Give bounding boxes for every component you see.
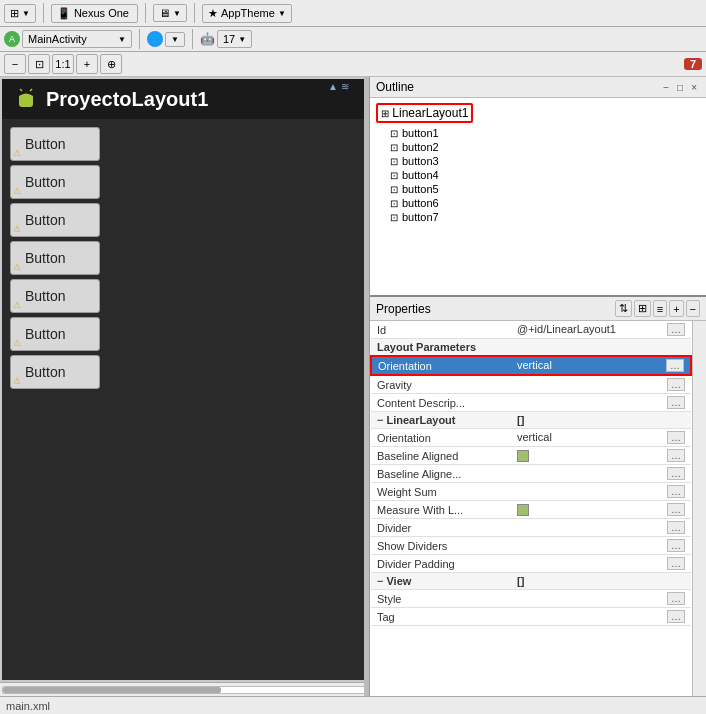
- outline-content: ⊞ LinearLayout1 ⊡ button1 ⊡ button2 ⊡ bu…: [370, 98, 706, 295]
- secondary-toolbar: A MainActivity ▼ 🌐 ▼ 🤖 17 ▼: [0, 27, 706, 52]
- list-item[interactable]: Button ⚠: [10, 241, 100, 275]
- tag-value[interactable]: …: [511, 608, 691, 626]
- ll-orientation-more-btn[interactable]: …: [667, 431, 685, 444]
- scroll-thumb[interactable]: [3, 687, 221, 693]
- prop-advanced-btn[interactable]: ≡: [653, 300, 667, 317]
- showdividers-more-btn[interactable]: …: [667, 539, 685, 552]
- style-more-btn[interactable]: …: [667, 592, 685, 605]
- prop-add-btn[interactable]: +: [669, 300, 683, 317]
- list-item[interactable]: Button ⚠: [10, 317, 100, 351]
- device-scrollbar[interactable]: [0, 682, 369, 696]
- android-app-icon: [14, 87, 38, 111]
- nexus-group: 📱 Nexus One: [51, 4, 138, 23]
- outline-item-button6[interactable]: ⊡ button6: [374, 196, 702, 210]
- api-arrow: ▼: [238, 35, 246, 44]
- button1-tree-label: button1: [402, 127, 439, 139]
- gravity-more-btn[interactable]: …: [667, 378, 685, 391]
- button5-label: Button: [25, 288, 85, 304]
- divider-value[interactable]: …: [511, 519, 691, 537]
- button6-label: Button: [25, 326, 85, 342]
- ll-orientation-value[interactable]: vertical …: [511, 429, 691, 447]
- id-more-btn[interactable]: …: [667, 323, 685, 336]
- outline-item-button4[interactable]: ⊡ button4: [374, 168, 702, 182]
- list-item[interactable]: Button ⚠: [10, 279, 100, 313]
- prop-minimize-btn[interactable]: −: [686, 300, 700, 317]
- nexus-dropdown-btn[interactable]: 📱 Nexus One: [51, 4, 138, 23]
- dividerpadding-more-btn[interactable]: …: [667, 557, 685, 570]
- api-group: 🤖 17 ▼: [200, 30, 252, 48]
- content-desc-value[interactable]: …: [511, 394, 691, 412]
- outline-item-button1[interactable]: ⊡ button1: [374, 126, 702, 140]
- button6-tree-icon: ⊡: [390, 198, 398, 209]
- api-dropdown-btn[interactable]: 17 ▼: [217, 30, 252, 48]
- table-row[interactable]: Orientation vertical …: [371, 356, 691, 375]
- show-dividers-value[interactable]: …: [511, 537, 691, 555]
- style-value[interactable]: …: [511, 590, 691, 608]
- new-button-group: ⊞ ▼: [4, 4, 36, 23]
- prop-id-value[interactable]: @+id/LinearLayout1 …: [511, 321, 691, 339]
- apptheme-dropdown-btn[interactable]: ★ AppTheme ▼: [202, 4, 292, 23]
- outline-item-button3[interactable]: ⊡ button3: [374, 154, 702, 168]
- maximize-btn[interactable]: □: [674, 81, 686, 94]
- list-item[interactable]: Button ⚠: [10, 165, 100, 199]
- table-row: Measure With L... …: [371, 501, 691, 519]
- zoom-in2-btn[interactable]: ⊕: [100, 54, 122, 74]
- minimize-btn[interactable]: −: [660, 81, 672, 94]
- baseline-aligned2-value[interactable]: …: [511, 465, 691, 483]
- list-item[interactable]: Button ⚠: [10, 127, 100, 161]
- weightsum-more-btn[interactable]: …: [667, 485, 685, 498]
- gravity-value[interactable]: …: [511, 375, 691, 394]
- prop-sort-btn[interactable]: ⇅: [615, 300, 632, 317]
- outline-item-linearlayout[interactable]: ⊞ LinearLayout1: [374, 102, 702, 124]
- device-splitter[interactable]: [364, 77, 369, 696]
- button3-tree-label: button3: [402, 155, 439, 167]
- nexus-label: Nexus One: [74, 7, 129, 19]
- signal-icon: ▲: [328, 81, 338, 92]
- zoom-fit-btn[interactable]: ⊡: [28, 54, 50, 74]
- device-config-btn[interactable]: 🖥 ▼: [153, 4, 187, 22]
- measure-more-btn[interactable]: …: [667, 503, 685, 516]
- content-desc-label: Content Descrip...: [371, 394, 511, 412]
- warning6-icon: ⚠: [13, 338, 21, 348]
- baseline-aligned-value[interactable]: …: [511, 447, 691, 465]
- outline-item-button7[interactable]: ⊡ button7: [374, 210, 702, 224]
- outline-item-button5[interactable]: ⊡ button5: [374, 182, 702, 196]
- zoom-out-btn[interactable]: −: [4, 54, 26, 74]
- globe-icon: 🌐: [147, 31, 163, 47]
- locale-dropdown-btn[interactable]: ▼: [165, 32, 185, 47]
- sep5: [192, 29, 193, 49]
- new-dropdown-arrow: ▼: [22, 9, 30, 18]
- prop-filter-btn[interactable]: ⊞: [634, 300, 651, 317]
- view-section-value: []: [511, 573, 691, 590]
- list-item[interactable]: Button ⚠: [10, 355, 100, 389]
- error-badge: 7: [684, 58, 702, 70]
- baseline-aligned-label: Baseline Aligned: [371, 447, 511, 465]
- zoom-actual-btn[interactable]: 1:1: [52, 54, 74, 74]
- baseline-checkbox[interactable]: [517, 450, 529, 462]
- measure-checkbox[interactable]: [517, 504, 529, 516]
- measure-value[interactable]: …: [511, 501, 691, 519]
- orientation-value[interactable]: vertical …: [511, 356, 691, 375]
- prop-toolbar-controls: ⇅ ⊞ ≡ + −: [615, 300, 700, 317]
- weight-sum-value[interactable]: …: [511, 483, 691, 501]
- baseline-more-btn[interactable]: …: [667, 449, 685, 462]
- zoom-in-btn[interactable]: +: [76, 54, 98, 74]
- prop-id-label: Id: [371, 321, 511, 339]
- content-more-btn[interactable]: …: [667, 396, 685, 409]
- table-row: Gravity …: [371, 375, 691, 394]
- divider-padding-value[interactable]: …: [511, 555, 691, 573]
- list-item[interactable]: Button ⚠: [10, 203, 100, 237]
- baseline2-more-btn[interactable]: …: [667, 467, 685, 480]
- close-btn[interactable]: ×: [688, 81, 700, 94]
- activity-dropdown-btn[interactable]: MainActivity ▼: [22, 30, 132, 48]
- zoom-toolbar: − ⊡ 1:1 + ⊕ 7: [0, 52, 706, 77]
- outline-controls: − □ ×: [660, 81, 700, 94]
- activity-icon: A: [4, 31, 20, 47]
- tag-more-btn[interactable]: …: [667, 610, 685, 623]
- outline-item-button2[interactable]: ⊡ button2: [374, 140, 702, 154]
- properties-scrollbar[interactable]: [692, 321, 706, 696]
- new-dropdown-btn[interactable]: ⊞ ▼: [4, 4, 36, 23]
- orientation-more-btn[interactable]: …: [666, 359, 684, 372]
- divider-more-btn[interactable]: …: [667, 521, 685, 534]
- linearlayout-section-label: −LinearLayout: [371, 412, 511, 429]
